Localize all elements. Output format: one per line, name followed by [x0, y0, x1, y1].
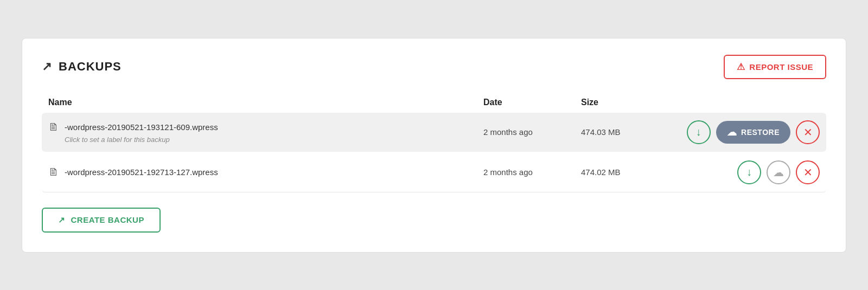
actions-col: ↓ ☁ ✕: [668, 160, 820, 184]
backup-size: 474.02 MB: [581, 167, 668, 177]
report-issue-button[interactable]: ⚠ REPORT ISSUE: [724, 55, 826, 79]
backup-name-row: 🗎 -wordpress-20190521-193121-609.wpress: [48, 121, 483, 133]
backup-filename: -wordpress-20190521-192713-127.wpress: [65, 167, 218, 177]
download-icon: ↓: [746, 166, 752, 178]
backup-name-col: 🗎 -wordpress-20190521-193121-609.wpress …: [48, 121, 483, 144]
table-header: Name Date Size: [42, 92, 826, 113]
restore-label: RESTORE: [741, 128, 780, 137]
backup-date: 2 months ago: [483, 127, 581, 137]
export-icon: ↗: [42, 60, 52, 74]
upload-button[interactable]: ☁: [767, 160, 790, 184]
backup-name-col: 🗎 -wordpress-20190521-192713-127.wpress: [48, 166, 483, 178]
backup-name-row: 🗎 -wordpress-20190521-192713-127.wpress: [48, 166, 483, 178]
cloud-icon: ☁: [727, 126, 737, 138]
upload-icon: ☁: [773, 166, 784, 179]
create-backup-button[interactable]: ↗ CREATE BACKUP: [42, 208, 161, 233]
page-title: BACKUPS: [59, 60, 122, 74]
footer: ↗ CREATE BACKUP: [42, 208, 826, 233]
delete-button[interactable]: ✕: [796, 120, 820, 144]
close-icon: ✕: [803, 126, 813, 139]
close-icon: ✕: [803, 166, 813, 179]
file-icon: 🗎: [48, 121, 59, 133]
backup-label[interactable]: Click to set a label for this backup: [65, 136, 483, 144]
alert-icon: ⚠: [737, 61, 745, 73]
download-icon: ↓: [696, 126, 701, 138]
table-row: 🗎 -wordpress-20190521-193121-609.wpress …: [42, 113, 826, 152]
backups-card: ↗ BACKUPS ⚠ REPORT ISSUE Name Date Size …: [22, 38, 846, 253]
card-title: ↗ BACKUPS: [42, 60, 122, 74]
download-button[interactable]: ↓: [737, 160, 761, 184]
restore-button[interactable]: ☁ RESTORE: [716, 121, 790, 144]
card-header: ↗ BACKUPS ⚠ REPORT ISSUE: [42, 55, 826, 79]
backup-date: 2 months ago: [483, 167, 581, 177]
backup-size: 474.03 MB: [581, 127, 668, 137]
actions-col: ↓ ☁ RESTORE ✕: [668, 120, 820, 144]
download-button[interactable]: ↓: [687, 120, 711, 144]
delete-button[interactable]: ✕: [796, 160, 820, 184]
table-row: 🗎 -wordpress-20190521-192713-127.wpress …: [42, 153, 826, 192]
create-backup-label: CREATE BACKUP: [71, 215, 144, 224]
col-name: Name: [48, 98, 483, 107]
create-backup-icon: ↗: [58, 215, 66, 225]
file-icon: 🗎: [48, 166, 59, 178]
backup-filename: -wordpress-20190521-193121-609.wpress: [65, 123, 218, 132]
report-issue-label: REPORT ISSUE: [749, 62, 813, 72]
col-date: Date: [483, 98, 581, 107]
col-actions: [668, 98, 820, 107]
col-size: Size: [581, 98, 668, 107]
